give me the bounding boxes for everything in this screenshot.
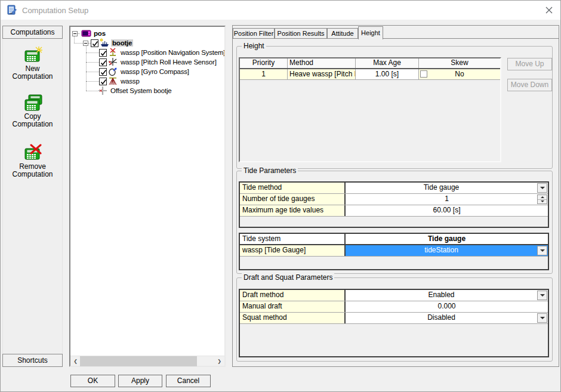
collapse-icon[interactable] (72, 31, 78, 36)
new-computation-label-2: Computation (3, 73, 62, 81)
height-group: Height Priority Method Max Age Skew 1 He… (236, 46, 553, 169)
scrollbar-thumb[interactable] (80, 356, 197, 366)
dialog-body: Computations (1, 20, 560, 391)
wassp-pitchroll-checkbox[interactable] (99, 58, 107, 66)
copy-computation-label-2: Computation (3, 121, 62, 128)
tree-label-pos[interactable]: pos (93, 30, 107, 37)
tide-method-dropdown-icon[interactable] (537, 183, 547, 193)
manual-draft-label: Manual draft (240, 301, 346, 312)
tree-node-wassp-pitchroll[interactable]: wassp [Pitch Roll Heave Sensor] (70, 57, 224, 67)
tide-system-table: Tide system Tide gauge wassp [Tide Gauge… (239, 233, 549, 270)
draft-squat-group: Draft and Squat Parameters Draft method … (236, 277, 553, 362)
computations-bar-button[interactable]: Computations (2, 26, 63, 39)
remove-computation-button[interactable]: Remove Computation (3, 144, 62, 178)
tree-connector (86, 62, 99, 63)
tree-node-wassp-multibeam[interactable]: wassp (70, 76, 224, 86)
wassp-posnav-checkbox[interactable] (99, 49, 107, 57)
draft-method-dropdown-icon[interactable] (537, 291, 547, 300)
window-title: Computation Setup (22, 6, 88, 15)
move-up-button[interactable]: Move Up (507, 58, 552, 70)
tree-node-pos[interactable]: pos (70, 29, 224, 38)
tree-node-wassp-gyro[interactable]: wassp [Gyro Compass] (70, 67, 224, 76)
offset-system-icon (98, 86, 108, 95)
tree-label-wassp-gyro[interactable]: wassp [Gyro Compass] (119, 68, 190, 75)
tree-connector (78, 33, 80, 34)
cell-max-age[interactable]: 1.00 [s] (356, 69, 419, 79)
tree-label-offset-system[interactable]: Offset System bootje (109, 87, 173, 94)
tree-label-wassp-posnav[interactable]: wassp [Position Navigation System] (119, 49, 224, 56)
cell-method[interactable]: Heave wassp [Pitch R (288, 69, 356, 79)
tide-system-header-value: Tide gauge (346, 234, 548, 244)
collapse-icon[interactable] (83, 41, 88, 46)
close-icon[interactable] (544, 5, 554, 15)
squat-method-dropdown-icon[interactable] (537, 313, 547, 323)
squat-method-value[interactable]: Disabled (346, 313, 548, 323)
scroll-right-icon[interactable]: ❯ (214, 356, 224, 366)
tree-connector (86, 53, 99, 53)
col-max-age: Max Age (356, 58, 419, 68)
tide-gauges-value[interactable]: 1 (346, 194, 548, 205)
tide-parameters-group: Tide Parameters Tide method Tide gauge N… (236, 171, 553, 274)
move-down-button[interactable]: Move Down (507, 79, 552, 91)
bootje-checkbox[interactable] (91, 39, 98, 47)
col-skew: Skew (419, 58, 500, 68)
tree-node-wassp-posnav[interactable]: wassp [Position Navigation System] (70, 48, 224, 57)
tab-position-filter[interactable]: Position Filter (233, 28, 275, 38)
tide-gauge-dropdown-icon[interactable] (537, 246, 547, 255)
draft-method-value[interactable]: Enabled (346, 290, 548, 301)
height-table-row[interactable]: 1 Heave wassp [Pitch R 1.00 [s] No (240, 69, 500, 80)
tide-method-value[interactable]: Tide gauge (346, 183, 548, 193)
tide-gauges-label: Number of tide gauges (240, 194, 346, 205)
draft-squat-label: Draft and Squat Parameters (242, 273, 334, 282)
height-table-header: Priority Method Max Age Skew (240, 58, 500, 69)
ok-button[interactable]: OK (70, 375, 115, 387)
tree-label-bootje[interactable]: bootje (111, 39, 133, 47)
tab-strip: Position Filter Position Results Attitud… (233, 26, 559, 38)
multibeam-icon (108, 76, 118, 86)
copy-computation-button[interactable]: Copy Computation (3, 94, 62, 128)
tree-connector (74, 43, 83, 44)
tide-method-label: Tide method (240, 183, 346, 193)
tree-connector (86, 72, 99, 72)
draft-method-label: Draft method (240, 290, 346, 301)
wassp-multibeam-checkbox[interactable] (99, 78, 107, 85)
tide-parameters-label: Tide Parameters (242, 166, 298, 175)
wassp-gyro-checkbox[interactable] (99, 68, 107, 76)
tree-label-wassp-multibeam[interactable]: wassp (119, 78, 141, 85)
manual-draft-value[interactable]: 0.000 (346, 301, 548, 312)
pitch-roll-heave-icon (108, 57, 118, 67)
vessel-icon (100, 38, 110, 48)
tide-gauge-value[interactable]: tideStation (346, 245, 548, 256)
tab-position-results[interactable]: Position Results (275, 28, 327, 38)
skew-checkbox[interactable] (420, 70, 427, 78)
remove-computation-label-2: Computation (3, 171, 62, 178)
tide-gauges-spinner[interactable] (537, 195, 547, 204)
tree-connector (86, 91, 98, 91)
tree-label-wassp-pitchroll[interactable]: wassp [Pitch Roll Heave Sensor] (119, 58, 218, 66)
tree-node-offset-system[interactable]: Offset System bootje (70, 86, 224, 95)
col-method: Method (288, 58, 356, 68)
cancel-button[interactable]: Cancel (166, 375, 211, 387)
tree-horizontal-scrollbar[interactable]: ❮ ❯ (70, 356, 224, 366)
position-nav-system-icon (108, 48, 118, 57)
skew-value: No (455, 70, 464, 78)
tide-max-age-value[interactable]: 60.00 [s] (346, 205, 548, 216)
remove-computation-icon (23, 144, 43, 162)
app-icon (7, 5, 17, 16)
tide-gauge-row: wassp [Tide Gauge] tideStation (240, 245, 548, 257)
tree-node-bootje[interactable]: bootje (70, 38, 224, 48)
sidebar-content: New Computation C (2, 39, 63, 354)
new-computation-button[interactable]: New Computation (3, 46, 62, 81)
tab-attitude[interactable]: Attitude (327, 28, 358, 38)
cell-skew[interactable]: No (419, 69, 500, 79)
tide-max-age-row: Maximum age tide values 60.00 [s] (240, 205, 548, 217)
tab-height[interactable]: Height (358, 26, 383, 39)
shortcuts-bar-button[interactable]: Shortcuts (2, 354, 63, 367)
draft-squat-table: Draft method Enabled Manual draft 0.000 … (239, 289, 549, 357)
tide-system-header-label: Tide system (240, 234, 346, 244)
scroll-left-icon[interactable]: ❮ (70, 356, 81, 366)
computation-icon (81, 29, 91, 38)
apply-button[interactable]: Apply (118, 375, 162, 387)
cell-priority: 1 (240, 69, 288, 79)
tide-gauges-row: Number of tide gauges 1 (240, 194, 548, 205)
